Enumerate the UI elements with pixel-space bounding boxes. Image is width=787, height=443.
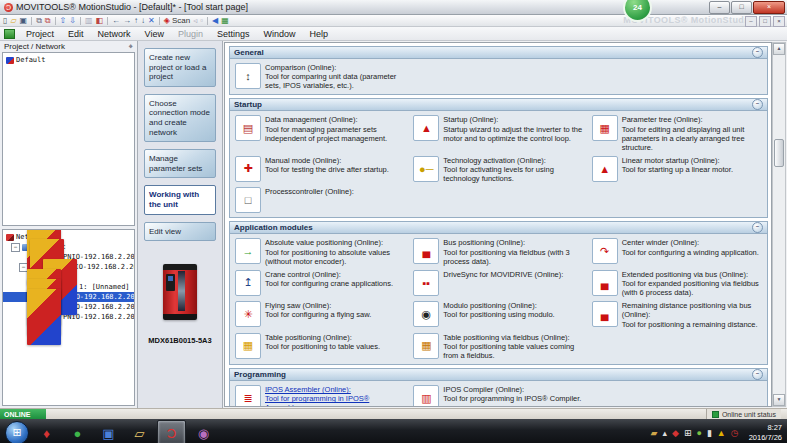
tool-card-extended-positioning[interactable]: ▄ Extended positioning via bus (Online):…: [592, 270, 762, 297]
paste-icon[interactable]: ⧉: [45, 16, 51, 25]
chart-icon[interactable]: ▦: [221, 16, 229, 25]
tool-desc: Tool for expanded positioning via fieldb…: [622, 279, 762, 297]
tool-card-technology-activation[interactable]: ●─ Technology activation (Online): Tool …: [413, 156, 583, 183]
tray-warning-icon[interactable]: ▲: [717, 429, 726, 438]
tray-battery-icon[interactable]: ▮: [707, 429, 712, 438]
speaker-icon[interactable]: ◀: [212, 16, 218, 25]
tool-card-center-winder[interactable]: ↷ Center winder (Online): Tool for confi…: [592, 238, 762, 265]
vmware-icon[interactable]: ▣: [95, 421, 122, 443]
upload-parameters-icon[interactable]: ⇧: [60, 16, 67, 25]
tool-card-startup[interactable]: ▲ Startup (Online): Startup wizard to ad…: [413, 115, 583, 152]
ipos-compiler-icon: ▥: [413, 385, 439, 407]
start-button[interactable]: ⊞: [5, 421, 29, 443]
scroll-down-icon[interactable]: ▼: [773, 394, 785, 406]
tool-card-parameter-tree[interactable]: ▦ Parameter tree (Online): Tool for edit…: [592, 115, 762, 152]
nav-connection-mode-button[interactable]: Choose connection mode and create networ…: [144, 94, 216, 142]
taskbar-clock[interactable]: 8:27 2016/7/26: [749, 423, 782, 443]
arrow-right-icon[interactable]: →: [123, 16, 131, 25]
online-unit-status: Online unit status: [706, 409, 781, 419]
project-tree: Default: [2, 52, 135, 226]
panel-title: Project / Network: [4, 42, 65, 51]
menu-settings[interactable]: Settings: [210, 28, 257, 40]
menu-network[interactable]: Network: [91, 28, 138, 40]
tool-card-table-positioning[interactable]: ▦ Table positioning (Online): Tool for p…: [235, 333, 405, 360]
tool-card-crane-control[interactable]: ↥ Crane control (Online): Tool for confi…: [235, 270, 405, 297]
tray-expand-icon[interactable]: ▴: [662, 429, 667, 438]
compare-icon[interactable]: ▥: [85, 16, 93, 25]
nav-working-with-unit-button[interactable]: Working with the unit: [144, 185, 216, 214]
palette-icon[interactable]: ◉: [190, 421, 217, 443]
nav-manage-parameter-sets-button[interactable]: Manage parameter sets: [144, 149, 216, 178]
tool-card-table-positioning-fieldbus[interactable]: ▦ Table positioning via fieldbus (Online…: [413, 333, 583, 360]
download-parameters-icon[interactable]: ⇩: [69, 16, 76, 25]
arrow-left-icon[interactable]: ←: [112, 16, 120, 25]
menu-plugin[interactable]: Plugin: [171, 28, 210, 40]
collapse-section-icon[interactable]: –: [752, 369, 763, 380]
open-folder-icon[interactable]: ▱: [10, 16, 16, 25]
section-general: General – ↕ Comparison (Online): Tool fo…: [229, 46, 768, 95]
new-document-icon[interactable]: ▯: [3, 16, 7, 25]
tool-title: Bus positioning (Online):: [443, 238, 583, 247]
tool-card-modulo-positioning[interactable]: ◉ Modulo positioning (Online): Tool for …: [413, 301, 583, 328]
menu-project[interactable]: Project: [19, 28, 61, 40]
menu-edit[interactable]: Edit: [61, 28, 91, 40]
mdi-minimize-button[interactable]: –: [745, 16, 757, 27]
tray-folder-icon[interactable]: ▰: [651, 429, 658, 438]
tool-card-processcontroller[interactable]: □ Processcontroller (Online):: [235, 187, 405, 213]
tool-title: Parameter tree (Online):: [622, 115, 762, 124]
tray-orb-icon[interactable]: ●: [696, 429, 701, 438]
split-view-icon[interactable]: ◧: [96, 16, 104, 25]
delete-icon[interactable]: ✕: [148, 16, 155, 25]
tool-card-ipos-compiler[interactable]: ▥ IPOS Compiler (Online): Tool for progr…: [413, 385, 583, 407]
tool-card-manual-mode[interactable]: ✚ Manual mode (Online): Tool for testing…: [235, 156, 405, 183]
tray-windows-icon[interactable]: ⊞: [684, 429, 692, 438]
tool-card-drivesync[interactable]: ▪▪ DriveSync for MOVIDRIVE (Online):: [413, 270, 583, 297]
vertical-scrollbar[interactable]: ▲ ▼: [772, 42, 786, 407]
browser-icon[interactable]: ●: [64, 421, 91, 443]
tree-item-default[interactable]: Default: [3, 55, 49, 65]
history-forward-icon[interactable]: ▫: [200, 16, 203, 25]
tool-card-remaining-distance[interactable]: ▄ Remaining distance positioning via bus…: [592, 301, 762, 328]
tool-card-bus-positioning[interactable]: ▄ Bus positioning (Online): Tool for pos…: [413, 238, 583, 265]
menu-window[interactable]: Window: [256, 28, 302, 40]
minimize-button[interactable]: –: [709, 1, 730, 14]
menu-view[interactable]: View: [138, 28, 171, 40]
mdi-restore-button[interactable]: □: [759, 16, 771, 27]
nav-edit-view-button[interactable]: Edit view: [144, 222, 216, 242]
scroll-up-icon[interactable]: ▲: [773, 43, 785, 55]
collapse-section-icon[interactable]: –: [752, 222, 763, 233]
maximize-button[interactable]: □: [731, 1, 752, 14]
collapse-expander-icon[interactable]: −: [11, 243, 20, 252]
tool-card-linear-motor-startup[interactable]: ▲ Linear motor startup (Online): Tool fo…: [592, 156, 762, 183]
extended-positioning-icon: ▄: [592, 270, 618, 296]
remaining-distance-icon: ▄: [592, 301, 618, 327]
tool-card-flying-saw[interactable]: ✳ Flying saw (Online): Tool for configur…: [235, 301, 405, 328]
absolute-value-positioning-icon: →: [235, 238, 261, 264]
red-app-icon[interactable]: ♦: [33, 421, 60, 443]
tool-card-data-management[interactable]: ▤ Data management (Online): Tool for man…: [235, 115, 405, 152]
network-root-icon: [6, 234, 14, 241]
drive-icon: [27, 289, 61, 345]
scan-button[interactable]: ◈ Scan: [164, 16, 190, 25]
menu-help[interactable]: Help: [302, 28, 335, 40]
collapse-section-icon[interactable]: –: [752, 99, 763, 110]
save-icon[interactable]: ▣: [20, 16, 28, 25]
tool-card-comparison[interactable]: ↕ Comparison (Online): Tool for comparin…: [235, 63, 405, 90]
tree-item-node[interactable]: 1: [Unnamed]: [3, 282, 133, 292]
arrow-up-icon[interactable]: ↑: [134, 16, 138, 25]
motionstudio-icon[interactable]: Ɔ: [157, 420, 186, 443]
mdi-close-button[interactable]: ×: [773, 16, 785, 27]
copy-icon[interactable]: ⧉: [36, 16, 42, 25]
explorer-icon[interactable]: ▱: [126, 421, 153, 443]
close-button[interactable]: ×: [753, 1, 785, 14]
scrollbar-thumb[interactable]: [774, 139, 784, 167]
pin-icon[interactable]: ⌖: [128, 42, 133, 52]
nav-create-project-button[interactable]: Create new project or load a project: [144, 48, 216, 87]
tray-clock-icon[interactable]: ◷: [731, 429, 739, 438]
tool-card-absolute-positioning[interactable]: → Absolute value positioning (Online): T…: [235, 238, 405, 265]
tool-card-ipos-assembler[interactable]: ≣ IPOS Assembler (Online): Tool for prog…: [235, 385, 405, 407]
tray-red-app-icon[interactable]: ◆: [672, 429, 679, 438]
history-back-icon[interactable]: ◃: [193, 16, 197, 25]
arrow-down-icon[interactable]: ↓: [141, 16, 145, 25]
collapse-section-icon[interactable]: –: [752, 47, 763, 58]
